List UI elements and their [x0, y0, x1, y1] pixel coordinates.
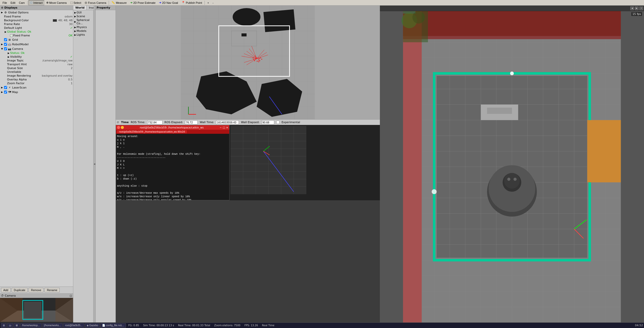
terminal-tab[interactable]: root@0a0b256bcb59:_/home/workspace/catki… [117, 130, 187, 133]
zoom-out-btn[interactable]: - [211, 0, 215, 5]
grid-expand[interactable] [1, 38, 4, 41]
rviz-3d-scene-svg [116, 6, 380, 119]
camera-tree-icon: 📷 [8, 47, 12, 51]
svg-point-148 [510, 72, 514, 75]
laserscan-item[interactable]: ▶ ⚡ LaserScan [0, 85, 73, 90]
svg-point-146 [514, 178, 517, 181]
add-display-btn[interactable]: Add [1, 288, 11, 292]
svg-point-145 [507, 178, 510, 181]
camera-expand[interactable]: ▼ [1, 47, 4, 50]
grid-icon: ⊞ [8, 38, 12, 42]
laserscan-icon: ⚡ [8, 85, 12, 90]
publish-point-btn[interactable]: 📍 Publish Point [180, 0, 203, 5]
taskbar-start-btn[interactable]: ⊞ [1, 323, 7, 328]
frame-rate-row: Frame Rate 30 [0, 22, 73, 26]
grid-item[interactable]: ⊞ Grid [0, 37, 73, 42]
sidebar-scene[interactable]: ▶ Scene [74, 14, 93, 18]
camera-preview [0, 298, 73, 322]
fps-display: 15 fps [631, 12, 642, 16]
left-sidebar-tree: ▶ GUI ▶ Scene ▶ Spherical Co... ▶ Physic… [73, 10, 93, 37]
camera-panel: ⏱ Camera ◻ [0, 293, 73, 322]
global-status-expand[interactable]: ▶ [4, 30, 7, 33]
laserscan-expand[interactable]: ▶ [1, 86, 4, 89]
terminal-close-btn[interactable] [117, 126, 120, 129]
camera-preview-image [0, 298, 73, 322]
experimental-checkbox[interactable] [276, 121, 280, 124]
robotmodel-expand[interactable]: ▶ [1, 43, 4, 46]
terminal-min-btn[interactable] [121, 126, 124, 129]
taskbar-home-btn[interactable]: /home/worksp... [20, 323, 42, 328]
camera-status-row: ▶ Status: Ok [0, 51, 73, 55]
taskbar-filemanager-btn[interactable]: 🗂 [7, 323, 13, 328]
displays-buttons: Add Duplicate Remove Rename [0, 287, 73, 293]
taskbar-root-btn[interactable]: root@0a0b35... [63, 323, 84, 328]
gazebo-scene-svg [380, 11, 644, 322]
camera-visibility-row: ▶ Visibility ✓ [0, 55, 73, 59]
terminal-maximize-icon[interactable]: □ [223, 126, 225, 129]
sidebar-gui[interactable]: ▶ GUI [74, 11, 93, 14]
move-camera-btn[interactable]: ⊕ Move Camera [45, 0, 68, 5]
map-checkbox[interactable] [4, 91, 7, 94]
map-item[interactable]: ▶ 🗺 Map [0, 90, 73, 94]
global-options-expand[interactable]: ▶ [1, 11, 4, 14]
separator-3 [204, 1, 205, 5]
taskbar-config-btn[interactable]: 📄 config_file.rviz... [100, 323, 126, 328]
robotmodel-checkbox[interactable] [4, 43, 7, 46]
gazebo-btn-2[interactable]: ▶ [635, 7, 638, 10]
focus-camera-btn[interactable]: ◎ Focus Camera [83, 0, 108, 5]
robotmodel-item[interactable]: ▶ 🤖 RobotModel [0, 42, 73, 47]
svg-rect-115 [403, 11, 422, 322]
gazebo-btn-1[interactable]: ◀ [630, 7, 634, 10]
zoom-in-btn[interactable]: + [206, 0, 210, 5]
svg-point-38 [258, 59, 259, 60]
gazebo-3d-view[interactable]: 15 fps [380, 11, 644, 322]
duplicate-display-btn[interactable]: Duplicate [12, 288, 28, 292]
nav-goal-btn[interactable]: ➔ 2D Nav Goal [157, 0, 179, 5]
wall-time-input[interactable] [216, 120, 239, 124]
transport-hint-row: Transport Hint raw [0, 62, 73, 66]
grid-checkbox[interactable] [4, 38, 7, 41]
terminal-body[interactable]: Moving around: u i o j k l m , . For Hol… [116, 134, 229, 200]
gazebo-btn-3[interactable]: ✕ [639, 7, 643, 10]
terminal-minimize-icon[interactable]: − [220, 126, 222, 129]
measure-btn[interactable]: 📏 Measure [110, 0, 128, 5]
camera-item[interactable]: ▼ 📷 Camera [0, 47, 73, 51]
fixed-frame-status-row: Fixed Frame OK [0, 34, 73, 37]
select-btn[interactable]: ⬚ Select [69, 0, 83, 5]
camera-checkbox[interactable] [4, 47, 7, 50]
svg-rect-60 [242, 33, 247, 36]
ff-status-cb [10, 34, 13, 37]
nav-lines-svg [231, 126, 306, 194]
sidebar-physics[interactable]: ▶ Physics [74, 25, 93, 29]
taskbar-home2-btn[interactable]: [/home/works... [42, 323, 63, 328]
displays-header: ⏱ Displays [0, 6, 73, 10]
svg-point-41 [254, 60, 255, 61]
sidebar-lights[interactable]: ▶ Lights [74, 33, 93, 37]
world-tab[interactable]: World [73, 6, 87, 10]
svg-point-40 [259, 58, 260, 59]
rviz-view[interactable] [116, 6, 380, 119]
file-menu[interactable]: File [1, 0, 9, 5]
sidebar-spherical[interactable]: ▶ Spherical Co... [74, 18, 93, 25]
laserscan-checkbox[interactable] [4, 86, 7, 89]
ros-time-input[interactable] [147, 120, 163, 124]
ros-elapsed-input[interactable] [185, 120, 198, 124]
remove-display-btn[interactable]: Remove [29, 288, 43, 292]
taskbar-gazebo-btn[interactable]: ◈ Gazebo [85, 323, 100, 328]
global-options-item[interactable]: ▶ ⚙ Global Options [0, 10, 73, 15]
property-panel: Property [96, 6, 116, 322]
rename-display-btn[interactable]: Rename [44, 288, 60, 292]
pose-estimate-btn[interactable]: ➔ 2D Pose Estimate [129, 0, 157, 5]
camera-panel-close[interactable]: ◻ [70, 294, 72, 297]
taskbar-terminal-btn[interactable]: 🖥 [14, 323, 20, 328]
svg-point-47 [261, 59, 262, 60]
camera-menu[interactable]: Cam [17, 0, 26, 5]
wall-elapsed-input[interactable] [262, 120, 274, 124]
sidebar-models[interactable]: ▶ Models [74, 29, 93, 33]
terminal-close-icon[interactable]: ✕ [226, 126, 228, 129]
edit-menu[interactable]: Edit [9, 0, 17, 5]
interact-btn[interactable]: ⬡ Interact [29, 0, 44, 5]
map-expand[interactable]: ▶ [1, 91, 4, 94]
background-color-row: Background Color 48; 48; 48 [0, 18, 73, 22]
left-collapse-btn[interactable]: ◀ [94, 6, 96, 322]
